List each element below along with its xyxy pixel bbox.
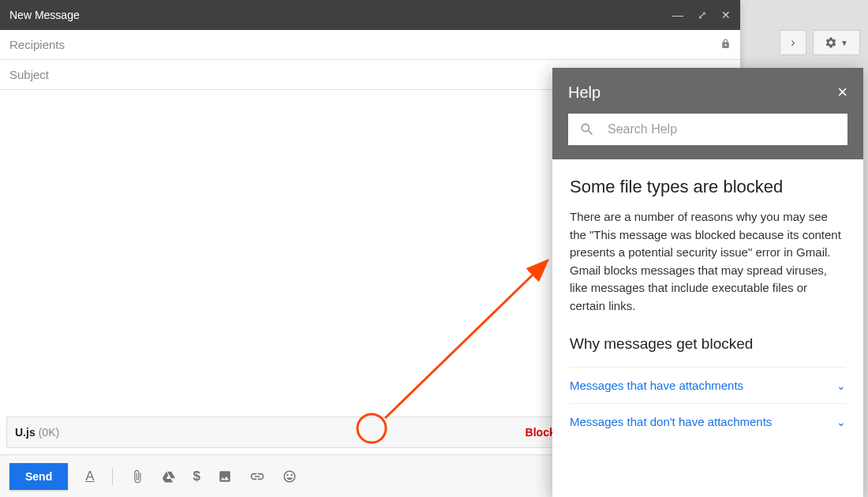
image-icon[interactable] xyxy=(218,469,232,484)
close-icon[interactable]: ✕ xyxy=(721,9,731,21)
help-body: Some file types are blocked There are a … xyxy=(552,159,863,497)
toolbar-divider xyxy=(112,468,113,485)
help-close-icon[interactable]: × xyxy=(837,82,847,103)
recipients-input[interactable] xyxy=(9,38,720,51)
emoji-icon[interactable] xyxy=(282,469,297,484)
attach-file-icon[interactable] xyxy=(130,469,144,484)
compose-window-controls: — ⤢ ✕ xyxy=(672,9,731,21)
help-section-title: Why messages get blocked xyxy=(570,335,846,353)
formatting-icon[interactable]: A xyxy=(85,469,94,484)
attachment-name: U.js xyxy=(15,426,36,439)
expand-icon[interactable]: ⤢ xyxy=(698,9,707,21)
help-expand-item-attachments[interactable]: Messages that have attachments ⌄ xyxy=(570,367,846,403)
recipients-field[interactable] xyxy=(0,30,740,60)
gear-icon xyxy=(825,36,837,49)
minimize-icon[interactable]: — xyxy=(672,9,683,21)
lock-icon xyxy=(720,39,731,51)
drive-icon[interactable] xyxy=(162,469,176,484)
help-title: Help xyxy=(568,84,600,102)
compose-header[interactable]: New Message — ⤢ ✕ xyxy=(0,0,740,30)
attachment-size: (0K) xyxy=(39,426,59,439)
help-article-body: There are a number of reasons why you ma… xyxy=(570,208,846,315)
chevron-down-icon: ⌄ xyxy=(836,416,846,428)
send-button[interactable]: Send xyxy=(9,463,68,490)
help-item-label: Messages that don't have attachments xyxy=(570,415,772,428)
help-article-title: Some file types are blocked xyxy=(570,177,846,197)
help-search-input[interactable] xyxy=(608,122,836,136)
chevron-down-icon: ⌄ xyxy=(836,379,846,392)
help-header: Help × xyxy=(552,68,863,159)
compose-title: New Message xyxy=(9,9,80,21)
link-icon[interactable] xyxy=(249,469,265,484)
money-icon[interactable]: $ xyxy=(193,469,200,484)
settings-gear-button[interactable]: ▼ xyxy=(813,30,860,55)
help-search[interactable] xyxy=(568,114,847,145)
help-item-label: Messages that have attachments xyxy=(570,379,743,392)
search-icon xyxy=(579,121,595,137)
nav-next-button[interactable]: › xyxy=(780,30,806,55)
help-expand-item-no-attachments[interactable]: Messages that don't have attachments ⌄ xyxy=(570,403,846,439)
help-panel: Help × Some file types are blocked There… xyxy=(552,68,863,497)
